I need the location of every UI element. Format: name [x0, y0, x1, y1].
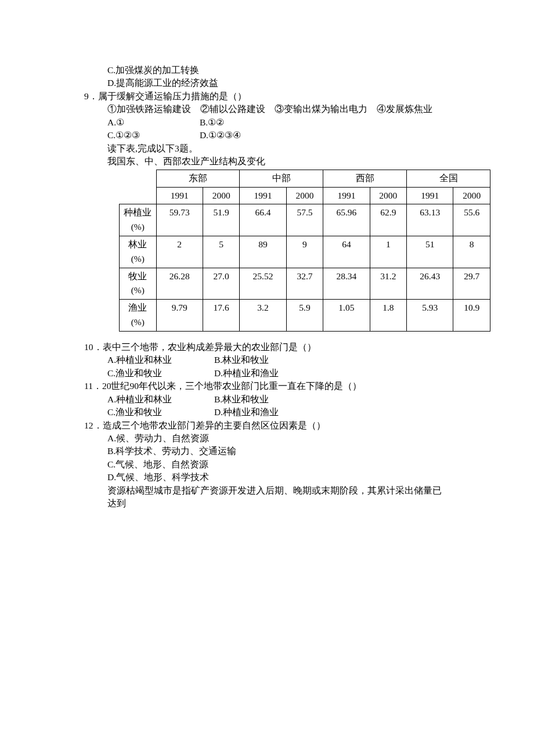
cell: 65.96: [323, 204, 370, 236]
option-12d: D.气候、地形、科学技术: [84, 471, 450, 484]
option-11b: B.林业和牧业: [214, 393, 269, 406]
table-row: 林业(%) 2 5 89 9 64 1 51 8: [120, 236, 490, 268]
region-east: 东部: [156, 170, 240, 187]
cell: 63.13: [407, 204, 453, 236]
region-central: 中部: [240, 170, 323, 187]
cell: 1.05: [323, 300, 370, 332]
year-cell: 1991: [240, 187, 286, 204]
cell: 5.93: [407, 300, 453, 332]
question-11: 11．20世纪90年代以来，三个地带农业部门比重一直在下降的是（）: [84, 380, 450, 393]
lead-3q: 读下表,完成以下3题。: [84, 142, 450, 155]
option-9d: D.①②③④: [200, 129, 241, 142]
option-11c: C.渔业和牧业: [107, 406, 212, 419]
option-12c: C.气候、地形、自然资源: [84, 458, 450, 471]
option-11d: D.种植业和渔业: [214, 406, 279, 419]
region-national: 全国: [407, 170, 490, 187]
region-west: 西部: [323, 170, 407, 187]
year-cell: 1991: [407, 187, 453, 204]
cell: 55.6: [453, 204, 490, 236]
row-label: 种植业(%): [120, 204, 157, 236]
cell: 51: [407, 236, 453, 268]
lead-next: 资源枯竭型城市是指矿产资源开发进入后期、晚期或末期阶段，其累计采出储量已达到: [84, 484, 450, 510]
year-cell: 2000: [453, 187, 490, 204]
row-label: 林业(%): [120, 236, 157, 268]
table-year-row: 1991 2000 1991 2000 1991 2000 1991 2000: [120, 187, 490, 204]
cell: 59.73: [156, 204, 203, 236]
cell: 62.9: [370, 204, 407, 236]
cell: 1: [370, 236, 407, 268]
option-10c: C.渔业和牧业: [107, 367, 212, 380]
cell: 28.34: [323, 268, 370, 300]
cell: 26.28: [156, 268, 203, 300]
table-caption: 我国东、中、西部农业产业结构及变化: [84, 155, 450, 168]
cell: 1.8: [370, 300, 407, 332]
question-11-choices-row1: A.种植业和林业 B.林业和牧业: [84, 393, 450, 406]
table-row: 牧业(%) 26.28 27.0 25.52 32.7 28.34 31.2 2…: [120, 268, 490, 300]
table-corner: [120, 170, 157, 204]
option-12a: A.候、劳动力、自然资源: [84, 432, 450, 445]
option-9b: B.①②: [200, 116, 224, 129]
cell: 26.43: [407, 268, 453, 300]
option-8d: D.提高能源工业的经济效益: [84, 77, 450, 89]
row-label: 牧业(%): [120, 268, 157, 300]
option-10b: B.林业和牧业: [214, 354, 269, 366]
question-10: 10．表中三个地带，农业构成差异最大的农业部门是（）: [84, 341, 450, 354]
cell: 66.4: [240, 204, 286, 236]
cell: 9: [286, 236, 323, 268]
table-header-row: 东部 中部 西部 全国: [120, 170, 490, 187]
question-10-choices-row1: A.种植业和林业 B.林业和牧业: [84, 354, 450, 366]
page: C.加强煤炭的加工转换 D.提高能源工业的经济效益 9．属于缓解交通运输压力措施…: [0, 0, 534, 510]
cell: 5: [203, 236, 240, 268]
cell: 2: [156, 236, 203, 268]
cell: 25.52: [240, 268, 286, 300]
table-row: 种植业(%) 59.73 51.9 66.4 57.5 65.96 62.9 6…: [120, 204, 490, 236]
cell: 32.7: [286, 268, 323, 300]
year-cell: 2000: [370, 187, 407, 204]
year-cell: 2000: [286, 187, 323, 204]
cell: 10.9: [453, 300, 490, 332]
cell: 31.2: [370, 268, 407, 300]
cell: 8: [453, 236, 490, 268]
agri-structure-table: 东部 中部 西部 全国 1991 2000 1991 2000 1991 200…: [119, 170, 490, 332]
year-cell: 2000: [203, 187, 240, 204]
cell: 64: [323, 236, 370, 268]
option-10a: A.种植业和林业: [107, 354, 212, 366]
question-12: 12．造成三个地带农业部门差异的主要自然区位因素是（）: [84, 419, 450, 432]
question-10-choices-row2: C.渔业和牧业 D.种植业和渔业: [84, 367, 450, 380]
question-11-choices-row2: C.渔业和牧业 D.种植业和渔业: [84, 406, 450, 419]
question-9-choices-row1: A.① B.①②: [84, 116, 450, 129]
row-label: 渔业(%): [120, 300, 157, 332]
question-9: 9．属于缓解交通运输压力措施的是（）: [84, 90, 450, 103]
question-9-subchoices: ①加强铁路运输建设 ②辅以公路建设 ③变输出煤为输出电力 ④发展炼焦业: [84, 103, 450, 116]
cell: 3.2: [240, 300, 286, 332]
cell: 51.9: [203, 204, 240, 236]
option-12b: B.科学技术、劳动力、交通运输: [84, 445, 450, 458]
year-cell: 1991: [156, 187, 203, 204]
option-11a: A.种植业和林业: [107, 393, 212, 406]
question-9-choices-row2: C.①②③ D.①②③④: [84, 129, 450, 142]
option-9c: C.①②③: [107, 129, 197, 142]
cell: 29.7: [453, 268, 490, 300]
cell: 57.5: [286, 204, 323, 236]
option-8c: C.加强煤炭的加工转换: [84, 64, 450, 77]
option-10d: D.种植业和渔业: [214, 367, 279, 380]
option-9a: A.①: [107, 116, 197, 129]
cell: 9.79: [156, 300, 203, 332]
year-cell: 1991: [323, 187, 370, 204]
cell: 5.9: [286, 300, 323, 332]
cell: 27.0: [203, 268, 240, 300]
cell: 17.6: [203, 300, 240, 332]
table-row: 渔业(%) 9.79 17.6 3.2 5.9 1.05 1.8 5.93 10…: [120, 300, 490, 332]
cell: 89: [240, 236, 286, 268]
